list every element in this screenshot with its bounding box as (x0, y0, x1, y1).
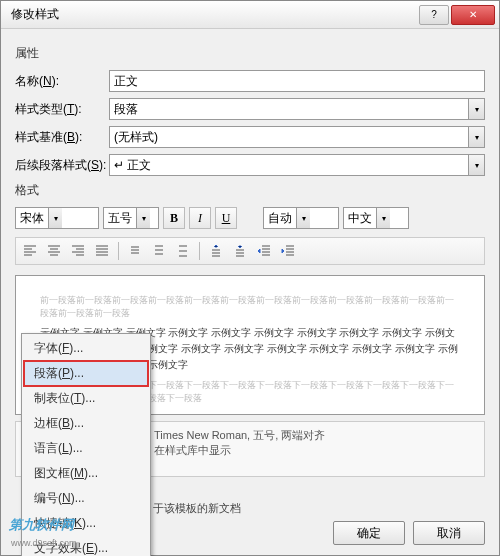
font-combo[interactable]: 宋体▾ (15, 207, 99, 229)
styletype-value: 段落 (110, 101, 468, 118)
titlebar: 修改样式 ? ✕ (1, 1, 499, 29)
indent-inc-icon[interactable] (277, 241, 299, 261)
format-section-label: 格式 (15, 182, 485, 199)
help-button[interactable]: ? (419, 5, 449, 25)
desc-line2: 在样式库中显示 (154, 443, 476, 458)
chevron-down-icon: ▾ (468, 127, 484, 147)
spacebefore-inc-icon[interactable] (205, 241, 227, 261)
chevron-down-icon: ▾ (296, 208, 310, 228)
align-right-icon[interactable] (67, 241, 89, 261)
stylebase-label: 样式基准(B): (15, 129, 109, 146)
name-label: 名称(N): (15, 73, 109, 90)
menu-paragraph[interactable]: 段落(P)... (24, 361, 148, 386)
followstyle-combo[interactable]: ↵ 正文 ▾ (109, 154, 485, 176)
bottom-text: 于该模板的新文档 (145, 501, 485, 516)
styletype-combo[interactable]: 段落 ▾ (109, 98, 485, 120)
menu-font[interactable]: 字体(F)... (24, 336, 148, 361)
chevron-down-icon: ▾ (48, 208, 62, 228)
close-button[interactable]: ✕ (451, 5, 495, 25)
chevron-down-icon: ▾ (468, 99, 484, 119)
styletype-label: 样式类型(T): (15, 101, 109, 118)
menu-border[interactable]: 边框(B)... (24, 411, 148, 436)
cancel-button[interactable]: 取消 (413, 521, 485, 545)
menu-numbering[interactable]: 编号(N)... (24, 486, 148, 511)
menu-language[interactable]: 语言(L)... (24, 436, 148, 461)
underline-button[interactable]: U (215, 207, 237, 229)
italic-button[interactable]: I (189, 207, 211, 229)
linespace-2-icon[interactable] (172, 241, 194, 261)
followstyle-label: 后续段落样式(S): (15, 157, 109, 174)
properties-section-label: 属性 (15, 45, 485, 62)
linespace-1-icon[interactable] (124, 241, 146, 261)
paragraph-toolbar (15, 237, 485, 265)
align-left-icon[interactable] (19, 241, 41, 261)
spacebefore-dec-icon[interactable] (229, 241, 251, 261)
lang-combo[interactable]: 中文▾ (343, 207, 409, 229)
desc-line1: Times New Roman, 五号, 两端对齐 (154, 428, 476, 443)
align-center-icon[interactable] (43, 241, 65, 261)
menu-frame[interactable]: 图文框(M)... (24, 461, 148, 486)
modify-style-dialog: 修改样式 ? ✕ 属性 名称(N): 样式类型(T): 段落 ▾ 样式基准(B)… (0, 0, 500, 556)
chevron-down-icon: ▾ (136, 208, 150, 228)
followstyle-value: ↵ 正文 (110, 157, 468, 174)
dialog-title: 修改样式 (5, 6, 417, 23)
bold-button[interactable]: B (163, 207, 185, 229)
watermark: 第九软件网 www.d9soft.com (9, 516, 77, 549)
chevron-down-icon: ▾ (468, 155, 484, 175)
name-input[interactable] (109, 70, 485, 92)
linespace-15-icon[interactable] (148, 241, 170, 261)
ok-button[interactable]: 确定 (333, 521, 405, 545)
stylebase-value: (无样式) (110, 129, 468, 146)
chevron-down-icon: ▾ (376, 208, 390, 228)
stylebase-combo[interactable]: (无样式) ▾ (109, 126, 485, 148)
indent-dec-icon[interactable] (253, 241, 275, 261)
color-combo[interactable]: 自动▾ (263, 207, 339, 229)
size-combo[interactable]: 五号▾ (103, 207, 159, 229)
preview-before: 前一段落前一段落前一段落前一段落前一段落前一段落前一段落前一段落前一段落前一段落… (40, 294, 460, 319)
menu-tabs[interactable]: 制表位(T)... (24, 386, 148, 411)
align-justify-icon[interactable] (91, 241, 113, 261)
